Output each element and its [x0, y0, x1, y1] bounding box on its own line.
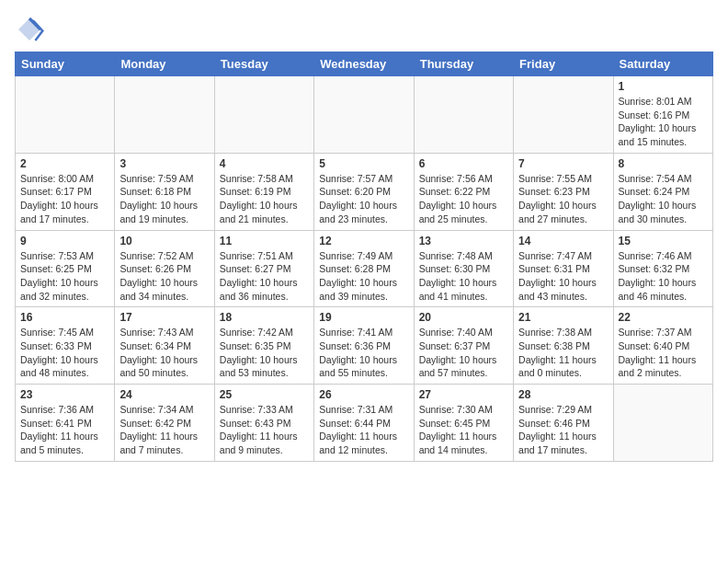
day-info: Sunrise: 7:48 AM Sunset: 6:30 PM Dayligh… [419, 249, 508, 304]
day-cell: 12Sunrise: 7:49 AM Sunset: 6:28 PM Dayli… [314, 230, 414, 307]
day-info: Sunrise: 7:52 AM Sunset: 6:26 PM Dayligh… [119, 249, 209, 304]
day-info: Sunrise: 8:01 AM Sunset: 6:16 PM Dayligh… [619, 95, 708, 149]
day-info: Sunrise: 7:47 AM Sunset: 6:31 PM Dayligh… [518, 249, 608, 304]
day-number: 16 [20, 311, 109, 324]
weekday-header-row: SundayMondayTuesdayWednesdayThursdayFrid… [16, 52, 713, 76]
day-info: Sunrise: 7:49 AM Sunset: 6:28 PM Dayligh… [319, 249, 408, 304]
logo [15, 15, 48, 44]
day-number: 23 [20, 388, 109, 401]
day-number: 2 [20, 157, 109, 170]
weekday-header-thursday: Thursday [414, 52, 513, 76]
week-row-4: 16Sunrise: 7:45 AM Sunset: 6:33 PM Dayli… [16, 307, 713, 385]
day-info: Sunrise: 7:58 AM Sunset: 6:19 PM Dayligh… [220, 172, 309, 226]
day-number: 27 [419, 388, 508, 401]
day-cell [514, 76, 613, 154]
day-number: 18 [220, 311, 309, 324]
day-info: Sunrise: 7:34 AM Sunset: 6:42 PM Dayligh… [119, 403, 209, 457]
day-info: Sunrise: 7:37 AM Sunset: 6:40 PM Dayligh… [619, 326, 708, 380]
day-info: Sunrise: 7:30 AM Sunset: 6:45 PM Dayligh… [419, 403, 508, 457]
day-number: 3 [119, 157, 209, 170]
day-cell: 20Sunrise: 7:40 AM Sunset: 6:37 PM Dayli… [414, 307, 513, 385]
day-info: Sunrise: 7:54 AM Sunset: 6:24 PM Dayligh… [619, 172, 708, 226]
day-info: Sunrise: 7:36 AM Sunset: 6:41 PM Dayligh… [20, 403, 109, 457]
day-info: Sunrise: 7:59 AM Sunset: 6:18 PM Dayligh… [119, 172, 209, 226]
day-cell: 8Sunrise: 7:54 AM Sunset: 6:24 PM Daylig… [613, 153, 712, 230]
day-cell: 1Sunrise: 8:01 AM Sunset: 6:16 PM Daylig… [613, 76, 712, 154]
day-number: 21 [518, 311, 608, 324]
day-info: Sunrise: 7:51 AM Sunset: 6:27 PM Dayligh… [220, 249, 309, 304]
day-cell [613, 385, 712, 462]
day-number: 26 [319, 388, 408, 401]
day-number: 22 [619, 311, 708, 324]
page-header [15, 15, 713, 44]
day-info: Sunrise: 7:46 AM Sunset: 6:32 PM Dayligh… [619, 249, 708, 304]
day-cell: 28Sunrise: 7:29 AM Sunset: 6:46 PM Dayli… [514, 385, 613, 462]
day-info: Sunrise: 7:55 AM Sunset: 6:23 PM Dayligh… [518, 172, 608, 226]
day-cell: 18Sunrise: 7:42 AM Sunset: 6:35 PM Dayli… [214, 307, 313, 385]
day-cell [414, 76, 513, 154]
day-cell: 14Sunrise: 7:47 AM Sunset: 6:31 PM Dayli… [514, 230, 613, 307]
day-cell: 2Sunrise: 8:00 AM Sunset: 6:17 PM Daylig… [16, 153, 115, 230]
day-cell: 6Sunrise: 7:56 AM Sunset: 6:22 PM Daylig… [414, 153, 513, 230]
day-cell: 23Sunrise: 7:36 AM Sunset: 6:41 PM Dayli… [16, 385, 115, 462]
day-info: Sunrise: 7:45 AM Sunset: 6:33 PM Dayligh… [20, 326, 109, 380]
day-cell: 25Sunrise: 7:33 AM Sunset: 6:43 PM Dayli… [214, 385, 313, 462]
day-cell [314, 76, 414, 154]
week-row-3: 9Sunrise: 7:53 AM Sunset: 6:25 PM Daylig… [16, 230, 713, 307]
weekday-header-saturday: Saturday [613, 52, 712, 76]
day-cell: 11Sunrise: 7:51 AM Sunset: 6:27 PM Dayli… [214, 230, 313, 307]
week-row-2: 2Sunrise: 8:00 AM Sunset: 6:17 PM Daylig… [16, 153, 713, 230]
day-info: Sunrise: 7:29 AM Sunset: 6:46 PM Dayligh… [518, 403, 608, 457]
week-row-1: 1Sunrise: 8:01 AM Sunset: 6:16 PM Daylig… [16, 76, 713, 154]
day-cell [214, 76, 313, 154]
day-number: 10 [119, 235, 209, 247]
day-cell: 7Sunrise: 7:55 AM Sunset: 6:23 PM Daylig… [514, 153, 613, 230]
day-number: 12 [319, 235, 408, 247]
weekday-header-friday: Friday [514, 52, 613, 76]
day-cell: 15Sunrise: 7:46 AM Sunset: 6:32 PM Dayli… [613, 230, 712, 307]
day-cell: 5Sunrise: 7:57 AM Sunset: 6:20 PM Daylig… [314, 153, 414, 230]
day-info: Sunrise: 7:40 AM Sunset: 6:37 PM Dayligh… [419, 326, 508, 380]
week-row-5: 23Sunrise: 7:36 AM Sunset: 6:41 PM Dayli… [16, 385, 713, 462]
day-number: 14 [518, 235, 608, 247]
day-cell: 24Sunrise: 7:34 AM Sunset: 6:42 PM Dayli… [115, 385, 214, 462]
day-cell: 27Sunrise: 7:30 AM Sunset: 6:45 PM Dayli… [414, 385, 513, 462]
day-number: 17 [119, 311, 209, 324]
day-cell: 19Sunrise: 7:41 AM Sunset: 6:36 PM Dayli… [314, 307, 414, 385]
day-cell: 9Sunrise: 7:53 AM Sunset: 6:25 PM Daylig… [16, 230, 115, 307]
day-info: Sunrise: 7:57 AM Sunset: 6:20 PM Dayligh… [319, 172, 408, 226]
day-info: Sunrise: 7:31 AM Sunset: 6:44 PM Dayligh… [319, 403, 408, 457]
day-number: 24 [119, 388, 209, 401]
day-number: 20 [419, 311, 508, 324]
day-info: Sunrise: 7:43 AM Sunset: 6:34 PM Dayligh… [119, 326, 209, 380]
day-cell: 26Sunrise: 7:31 AM Sunset: 6:44 PM Dayli… [314, 385, 414, 462]
day-number: 25 [220, 388, 309, 401]
day-info: Sunrise: 7:33 AM Sunset: 6:43 PM Dayligh… [220, 403, 309, 457]
day-cell: 21Sunrise: 7:38 AM Sunset: 6:38 PM Dayli… [514, 307, 613, 385]
day-cell: 17Sunrise: 7:43 AM Sunset: 6:34 PM Dayli… [115, 307, 214, 385]
weekday-header-wednesday: Wednesday [314, 52, 414, 76]
weekday-header-sunday: Sunday [16, 52, 115, 76]
weekday-header-tuesday: Tuesday [214, 52, 313, 76]
day-cell: 16Sunrise: 7:45 AM Sunset: 6:33 PM Dayli… [16, 307, 115, 385]
day-cell [115, 76, 214, 154]
day-number: 5 [319, 157, 408, 170]
day-info: Sunrise: 7:38 AM Sunset: 6:38 PM Dayligh… [518, 326, 608, 380]
day-info: Sunrise: 7:41 AM Sunset: 6:36 PM Dayligh… [319, 326, 408, 380]
day-cell: 22Sunrise: 7:37 AM Sunset: 6:40 PM Dayli… [613, 307, 712, 385]
day-info: Sunrise: 7:53 AM Sunset: 6:25 PM Dayligh… [20, 249, 109, 304]
day-info: Sunrise: 7:56 AM Sunset: 6:22 PM Dayligh… [419, 172, 508, 226]
day-number: 8 [619, 157, 708, 170]
day-cell: 10Sunrise: 7:52 AM Sunset: 6:26 PM Dayli… [115, 230, 214, 307]
day-number: 6 [419, 157, 508, 170]
day-info: Sunrise: 7:42 AM Sunset: 6:35 PM Dayligh… [220, 326, 309, 380]
day-number: 13 [419, 235, 508, 247]
logo-icon [15, 15, 44, 44]
day-number: 9 [20, 235, 109, 247]
day-cell: 4Sunrise: 7:58 AM Sunset: 6:19 PM Daylig… [214, 153, 313, 230]
day-cell: 3Sunrise: 7:59 AM Sunset: 6:18 PM Daylig… [115, 153, 214, 230]
day-info: Sunrise: 8:00 AM Sunset: 6:17 PM Dayligh… [20, 172, 109, 226]
day-number: 15 [619, 235, 708, 247]
calendar-table: SundayMondayTuesdayWednesdayThursdayFrid… [15, 52, 713, 462]
day-number: 11 [220, 235, 309, 247]
